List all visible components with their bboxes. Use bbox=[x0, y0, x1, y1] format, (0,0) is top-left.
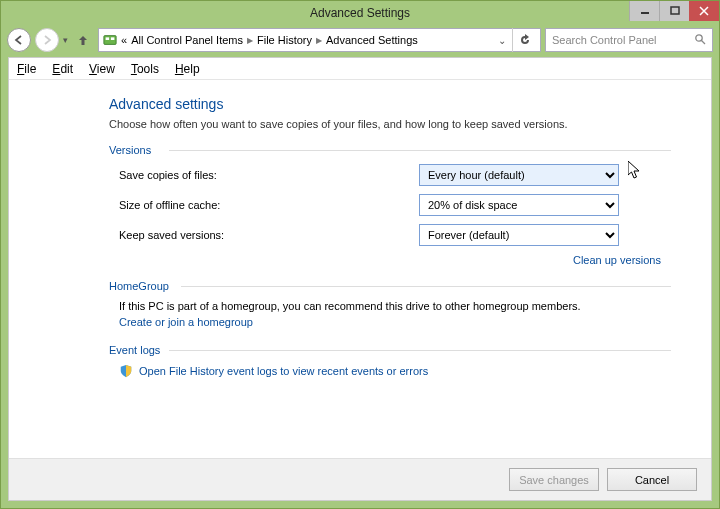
client-area: File Edit View Tools Help Advanced setti… bbox=[8, 57, 712, 501]
save-changes-button[interactable]: Save changes bbox=[509, 468, 599, 491]
breadcrumb-prefix[interactable]: « bbox=[121, 34, 127, 46]
cancel-button[interactable]: Cancel bbox=[607, 468, 697, 491]
breadcrumb-item[interactable]: File History bbox=[257, 34, 312, 46]
svg-line-6 bbox=[702, 40, 706, 44]
group-eventlogs: Event logs bbox=[109, 344, 671, 356]
svg-rect-3 bbox=[106, 37, 110, 40]
offline-cache-select[interactable]: 20% of disk space bbox=[419, 194, 619, 216]
content-pane: Advanced settings Choose how often you w… bbox=[9, 80, 711, 458]
address-bar[interactable]: « All Control Panel Items ▶ File History… bbox=[98, 28, 541, 52]
shield-icon bbox=[119, 364, 133, 378]
homegroup-text: If this PC is part of a homegroup, you c… bbox=[109, 300, 671, 312]
chevron-right-icon: ▶ bbox=[247, 36, 253, 45]
back-button[interactable] bbox=[7, 28, 31, 52]
caption-buttons bbox=[629, 1, 719, 21]
menu-file[interactable]: File bbox=[17, 62, 36, 76]
cleanup-versions-link[interactable]: Clean up versions bbox=[573, 254, 661, 266]
menu-bar: File Edit View Tools Help bbox=[9, 58, 711, 80]
search-icon bbox=[694, 33, 706, 48]
nav-bar: ▾ « All Control Panel Items ▶ File Histo… bbox=[7, 25, 713, 55]
maximize-button[interactable] bbox=[659, 1, 689, 21]
page-description: Choose how often you want to save copies… bbox=[109, 118, 671, 130]
offline-cache-label: Size of offline cache: bbox=[119, 199, 419, 211]
control-panel-icon bbox=[103, 33, 117, 47]
breadcrumb-item[interactable]: Advanced Settings bbox=[326, 34, 418, 46]
up-button[interactable] bbox=[72, 29, 94, 51]
close-button[interactable] bbox=[689, 1, 719, 21]
eventlogs-link[interactable]: Open File History event logs to view rec… bbox=[139, 365, 428, 377]
save-copies-label: Save copies of files: bbox=[119, 169, 419, 181]
menu-edit[interactable]: Edit bbox=[52, 62, 73, 76]
svg-rect-1 bbox=[671, 7, 679, 14]
keep-versions-label: Keep saved versions: bbox=[119, 229, 419, 241]
menu-help[interactable]: Help bbox=[175, 62, 200, 76]
search-box[interactable]: Search Control Panel bbox=[545, 28, 713, 52]
window-title: Advanced Settings bbox=[1, 6, 719, 20]
search-placeholder: Search Control Panel bbox=[552, 34, 657, 46]
titlebar[interactable]: Advanced Settings bbox=[1, 1, 719, 25]
menu-tools[interactable]: Tools bbox=[131, 62, 159, 76]
forward-button[interactable] bbox=[35, 28, 59, 52]
svg-rect-4 bbox=[111, 37, 115, 40]
menu-view[interactable]: View bbox=[89, 62, 115, 76]
svg-point-5 bbox=[696, 34, 702, 40]
page-heading: Advanced settings bbox=[109, 96, 671, 112]
group-versions: Versions bbox=[109, 144, 671, 156]
recent-locations-icon[interactable]: ▾ bbox=[63, 35, 68, 45]
footer-bar: Save changes Cancel bbox=[9, 458, 711, 500]
breadcrumb-item[interactable]: All Control Panel Items bbox=[131, 34, 243, 46]
window-frame: Advanced Settings ▾ bbox=[0, 0, 720, 509]
chevron-right-icon: ▶ bbox=[316, 36, 322, 45]
svg-rect-0 bbox=[641, 12, 649, 14]
minimize-button[interactable] bbox=[629, 1, 659, 21]
homegroup-link[interactable]: Create or join a homegroup bbox=[119, 316, 253, 328]
address-dropdown-icon[interactable]: ⌄ bbox=[498, 35, 506, 46]
keep-versions-select[interactable]: Forever (default) bbox=[419, 224, 619, 246]
refresh-button[interactable] bbox=[512, 28, 536, 52]
group-homegroup: HomeGroup bbox=[109, 280, 671, 292]
save-copies-select[interactable]: Every hour (default) bbox=[419, 164, 619, 186]
